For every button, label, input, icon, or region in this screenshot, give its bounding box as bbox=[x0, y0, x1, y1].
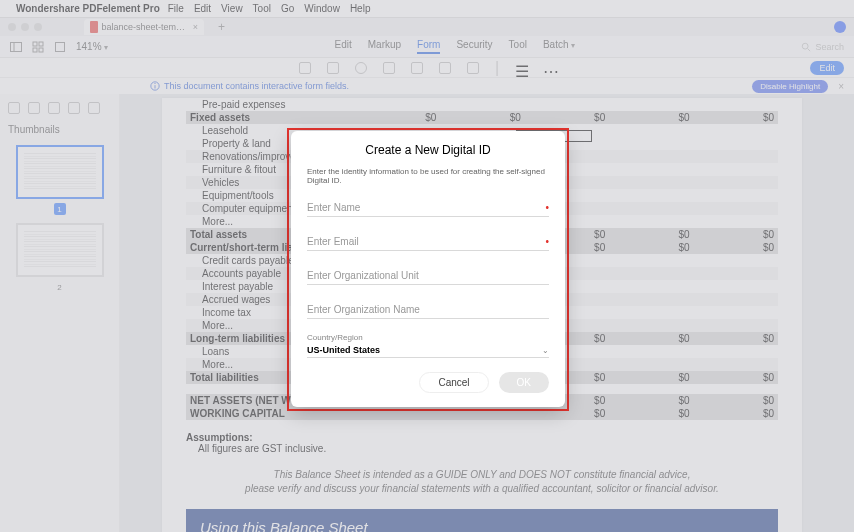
country-select[interactable]: US-United States ⌄ bbox=[307, 343, 549, 358]
country-value: US-United States bbox=[307, 345, 380, 355]
required-dot-icon: • bbox=[545, 202, 549, 213]
email-input[interactable] bbox=[307, 233, 549, 251]
chevron-down-icon: ⌄ bbox=[542, 346, 549, 355]
dialog-title: Create a New Digital ID bbox=[307, 143, 549, 157]
cancel-button[interactable]: Cancel bbox=[419, 372, 488, 393]
ok-button[interactable]: OK bbox=[499, 372, 549, 393]
required-dot-icon: • bbox=[545, 236, 549, 247]
digital-id-dialog: Create a New Digital ID Enter the identi… bbox=[291, 131, 565, 407]
name-input[interactable] bbox=[307, 199, 549, 217]
org-unit-input[interactable] bbox=[307, 267, 549, 285]
dialog-subtitle: Enter the identity information to be use… bbox=[307, 167, 549, 185]
org-name-input[interactable] bbox=[307, 301, 549, 319]
country-label: Country/Region bbox=[307, 333, 549, 342]
